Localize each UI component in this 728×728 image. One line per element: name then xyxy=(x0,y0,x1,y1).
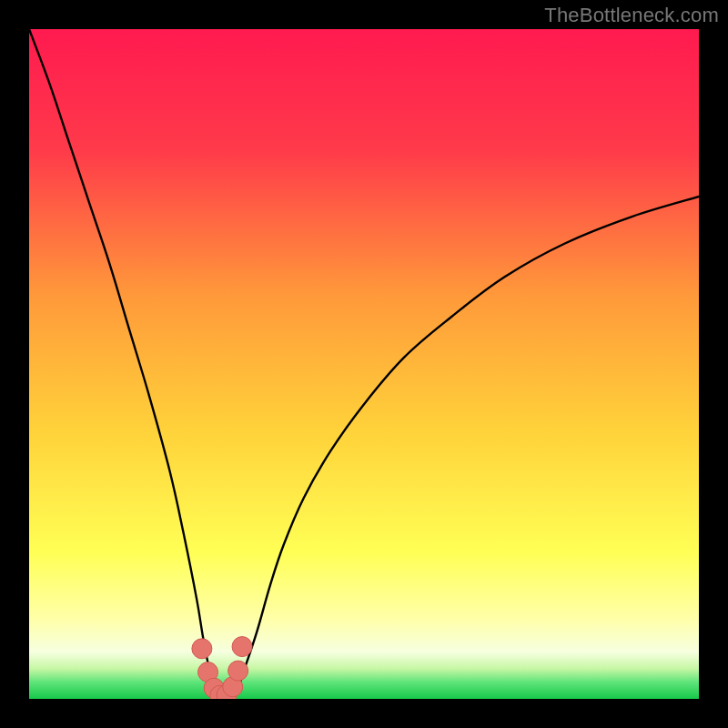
trough-marker xyxy=(192,639,212,659)
trough-marker xyxy=(228,661,248,681)
watermark-text: TheBottleneck.com xyxy=(544,4,719,27)
gradient-background xyxy=(29,29,699,699)
trough-marker xyxy=(232,637,252,657)
chart-frame: TheBottleneck.com xyxy=(0,0,728,728)
plot-area xyxy=(29,29,699,699)
bottleneck-chart xyxy=(29,29,699,699)
